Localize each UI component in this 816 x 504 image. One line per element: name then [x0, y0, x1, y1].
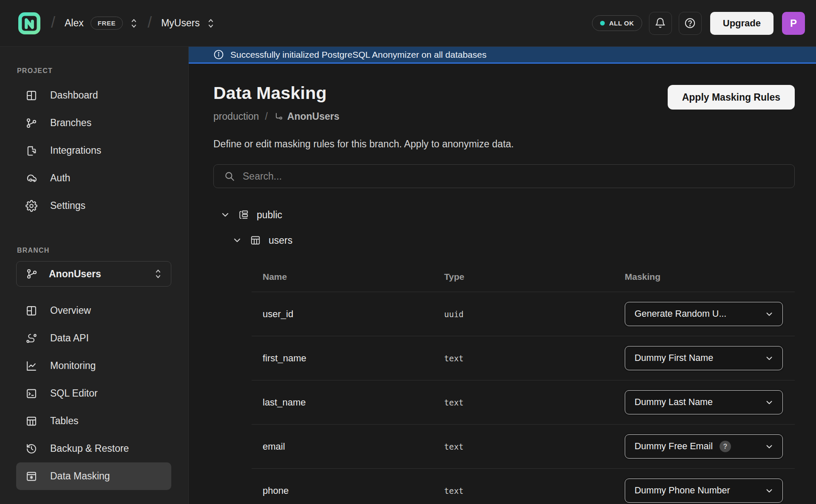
page-description: Define or edit masking rules for this br… [213, 138, 795, 150]
org-name: Alex [65, 17, 84, 29]
help-button[interactable] [679, 12, 702, 35]
column-name: user_id [263, 309, 444, 320]
sidebar: PROJECT Dashboard Branches Integrations [0, 47, 189, 504]
auth-cloud-key-icon [26, 172, 37, 184]
masking-select[interactable]: Dummy First Name [625, 346, 783, 370]
project-section-heading: PROJECT [17, 67, 171, 75]
sidebar-item-label: Monitoring [50, 360, 96, 372]
chevron-down-icon[interactable] [232, 235, 242, 245]
breadcrumb-parent[interactable]: production [213, 111, 259, 122]
masking-table-body: user_id uuid Generate Random U... first_… [252, 292, 795, 504]
table-name: users [269, 235, 292, 246]
sidebar-item-data-masking[interactable]: Data Masking [16, 462, 171, 490]
org-switcher[interactable]: Alex FREE [65, 17, 138, 30]
search-box[interactable] [213, 164, 795, 188]
sidebar-item-label: Data Masking [50, 470, 110, 482]
overview-icon [26, 305, 37, 317]
upgrade-button[interactable]: Upgrade [710, 12, 774, 35]
gear-icon [26, 200, 37, 212]
sidebar-item-label: Settings [50, 200, 85, 211]
chevron-down-icon [765, 354, 774, 363]
apply-masking-rules-button[interactable]: Apply Masking Rules [668, 85, 795, 110]
sidebar-item-settings[interactable]: Settings [16, 192, 171, 220]
info-banner: Successfully initialized PostgreSQL Anon… [189, 47, 816, 64]
monitoring-chart-icon [26, 360, 37, 372]
masking-select-value: Dummy Phone Number [635, 485, 730, 496]
help-circle-icon [684, 17, 696, 29]
info-icon [213, 49, 224, 60]
sql-editor-icon [26, 388, 37, 400]
masking-select-value: Dummy Last Name [635, 397, 713, 408]
masking-select[interactable]: Dummy Phone Number [625, 479, 783, 503]
schema-tree: public users [213, 203, 795, 252]
data-api-icon [26, 332, 37, 344]
search-input[interactable] [243, 171, 784, 182]
table-row: email text Dummy Free Email ? [252, 424, 795, 468]
breadcrumb-branch-label: AnonUsers [287, 111, 340, 122]
chevron-updown-icon[interactable] [130, 18, 138, 29]
masking-select-value: Dummy First Name [635, 353, 713, 363]
project-switcher[interactable]: MyUsers [161, 17, 215, 29]
masking-select[interactable]: Generate Random U... [625, 302, 783, 326]
sidebar-item-label: Auth [50, 172, 70, 184]
column-type: text [444, 486, 625, 496]
git-branch-icon [26, 268, 38, 280]
search-icon [224, 171, 235, 182]
header-separator: / [147, 14, 152, 31]
table-row: last_name text Dummy Last Name [252, 380, 795, 424]
sidebar-item-branches[interactable]: Branches [16, 109, 171, 137]
sidebar-item-tables[interactable]: Tables [16, 407, 171, 435]
top-header: / Alex FREE / MyUsers ALL OK [0, 0, 816, 47]
masking-table: Name Type Masking user_id uuid Generate … [252, 262, 795, 504]
masking-table-header: Name Type Masking [252, 262, 795, 292]
table-row: first_name text Dummy First Name [252, 336, 795, 380]
tree-node-table[interactable]: users [213, 229, 795, 252]
integrations-icon [26, 145, 37, 157]
sidebar-item-dashboard[interactable]: Dashboard [16, 82, 171, 109]
child-branch-icon [274, 112, 284, 122]
chevron-down-icon [765, 398, 774, 407]
branch-section-heading: BRANCH [17, 247, 171, 254]
table-icon [250, 235, 261, 246]
breadcrumb: production / AnonUsers [213, 111, 340, 122]
chevron-updown-icon[interactable] [207, 18, 215, 29]
sidebar-item-label: Tables [50, 415, 78, 427]
data-masking-icon [26, 470, 37, 482]
history-clock-icon [26, 443, 37, 455]
dashboard-icon [26, 90, 37, 101]
schema-name: public [257, 209, 282, 221]
branch-selector[interactable]: AnonUsers [16, 261, 171, 287]
help-badge[interactable]: ? [720, 441, 731, 452]
chevron-down-icon[interactable] [220, 210, 230, 220]
project-name: MyUsers [161, 17, 200, 29]
sidebar-item-label: Overview [50, 305, 91, 316]
neon-logo[interactable] [17, 11, 42, 36]
column-type: uuid [444, 310, 625, 319]
neon-logo-icon [17, 11, 42, 36]
sidebar-item-sql-editor[interactable]: SQL Editor [16, 380, 171, 407]
table-icon [26, 415, 37, 427]
masking-select[interactable]: Dummy Free Email ? [625, 434, 783, 459]
notifications-button[interactable] [649, 12, 672, 35]
breadcrumb-branch[interactable]: AnonUsers [274, 111, 340, 122]
sidebar-item-label: Integrations [50, 145, 101, 156]
sidebar-item-overview[interactable]: Overview [16, 297, 171, 324]
bell-icon [654, 17, 666, 29]
masking-select-value: Dummy Free Email [635, 441, 713, 452]
chevron-updown-icon [154, 268, 162, 279]
header-masking: Masking [625, 272, 795, 282]
sidebar-item-label: Backup & Restore [50, 443, 129, 454]
user-avatar[interactable]: P [782, 12, 805, 35]
sidebar-item-data-api[interactable]: Data API [16, 324, 171, 352]
sidebar-item-integrations[interactable]: Integrations [16, 137, 171, 164]
sidebar-item-monitoring[interactable]: Monitoring [16, 352, 171, 380]
column-name: phone [263, 485, 444, 496]
column-name: last_name [263, 397, 444, 408]
column-type: text [444, 398, 625, 407]
sidebar-item-auth[interactable]: Auth [16, 164, 171, 192]
sidebar-item-backup-restore[interactable]: Backup & Restore [16, 435, 171, 462]
tree-node-schema[interactable]: public [213, 203, 795, 226]
schema-icon [238, 209, 249, 220]
system-status-pill[interactable]: ALL OK [592, 15, 642, 31]
masking-select[interactable]: Dummy Last Name [625, 390, 783, 414]
